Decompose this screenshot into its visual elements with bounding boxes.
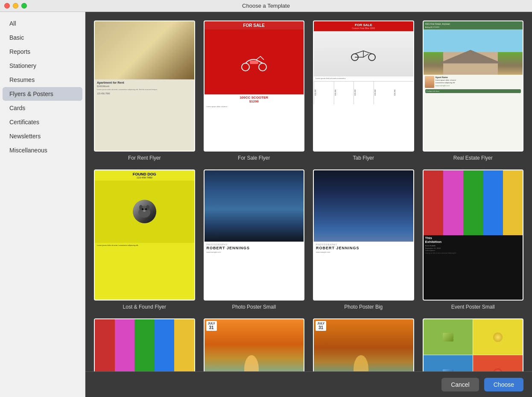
sidebar-item-all[interactable]: All: [3, 17, 82, 30]
template-thumbnail: Lorem ElementarySpring Science Fair Satu…: [423, 318, 524, 371]
template-item[interactable]: Photography ROBERT JENNINGS www.example.…: [204, 169, 305, 310]
close-button[interactable]: [4, 3, 10, 9]
template-item[interactable]: FOR SALE 100CC SCOOTER$1200 Lorem i: [204, 20, 305, 161]
template-label: Tab Flyer: [353, 155, 374, 161]
sidebar-item-miscellaneous[interactable]: Miscellaneous: [3, 143, 82, 157]
window-title: Choose a Template: [242, 3, 290, 9]
template-thumbnail: Photography ROBERT JENNINGS www.example.…: [204, 169, 305, 301]
svg-point-10: [145, 208, 147, 210]
template-item[interactable]: 4321 First Street, AnytownAsking $1,575,…: [423, 20, 524, 161]
svg-point-11: [143, 210, 146, 212]
cancel-button[interactable]: Cancel: [441, 378, 479, 391]
template-thumbnail: JULY31 SURF, SUN &BEACH PARTY Huntington…: [204, 318, 305, 371]
choose-button[interactable]: Choose: [484, 378, 523, 391]
template-item[interactable]: ThisExhibition Event Subtitle September …: [94, 318, 195, 371]
minimize-button[interactable]: [13, 3, 18, 9]
sidebar-item-resumes[interactable]: Resumes: [3, 73, 82, 87]
bottom-bar: Cancel Choose: [85, 371, 532, 397]
template-label: Photo Poster Big: [344, 304, 383, 310]
sidebar-item-stationery[interactable]: Stationery: [3, 59, 82, 73]
template-label: Lost & Found Flyer: [123, 304, 166, 310]
thumbnail-school-small: Lorem ElementarySpring Science Fair Satu…: [424, 319, 523, 371]
main-layout: All Basic Reports Stationery Resumes Fly…: [0, 12, 532, 397]
template-thumbnail: Apartment for Rent $1400/Month Lorem ips…: [94, 20, 195, 152]
template-label: For Sale Flyer: [238, 155, 270, 161]
svg-point-9: [142, 208, 143, 210]
template-item[interactable]: Lorem ElementarySpring Science Fair Satu…: [423, 318, 524, 371]
template-grid: Apartment for Rent $1400/Month Lorem ips…: [85, 12, 532, 371]
thumbnail-lost-found: FOUND DOG 123-456-7890: [95, 170, 194, 300]
template-label: Event Poster Small: [451, 304, 495, 310]
template-thumbnail: FOUND DOG 123-456-7890: [94, 169, 195, 301]
template-item[interactable]: FOR SALE Custom Fixie Bike: $300 Lorem i…: [313, 20, 414, 161]
title-bar: Choose a Template: [0, 0, 532, 12]
template-label: Real Estate Flyer: [453, 155, 493, 161]
thumbnail-tab-flyer: FOR SALE Custom Fixie Bike: $300 Lorem i…: [314, 21, 413, 151]
sidebar-item-newsletters[interactable]: Newsletters: [3, 129, 82, 143]
maximize-button[interactable]: [21, 3, 27, 9]
template-thumbnail: FOR SALE Custom Fixie Bike: $300 Lorem i…: [313, 20, 414, 152]
svg-rect-2: [250, 61, 258, 64]
window-controls: [4, 3, 27, 9]
sidebar-item-reports[interactable]: Reports: [3, 45, 82, 58]
template-item[interactable]: JULY31 SURF, SUN &BEACH PARTY Huntington…: [204, 318, 305, 371]
thumbnail-photo-small: Photography ROBERT JENNINGS www.example.…: [205, 170, 304, 300]
template-item[interactable]: JULY31 SURF, SUN &BEACH PARTY Huntington…: [313, 318, 414, 371]
sidebar: All Basic Reports Stationery Resumes Fly…: [0, 12, 85, 397]
thumbnail-party-big: JULY31 SURF, SUN &BEACH PARTY Huntington…: [314, 319, 413, 371]
template-thumbnail: Photography ROBERT JENNINGS www.example.…: [313, 169, 414, 301]
sidebar-item-flyers-posters[interactable]: Flyers & Posters: [3, 87, 82, 101]
thumbnail-event-big: ThisExhibition Event Subtitle September …: [95, 319, 194, 371]
template-thumbnail: JULY31 SURF, SUN &BEACH PARTY Huntington…: [313, 318, 414, 371]
thumbnail-for-rent: Apartment for Rent $1400/Month Lorem ips…: [95, 21, 194, 151]
sidebar-item-basic[interactable]: Basic: [3, 31, 82, 44]
template-item[interactable]: ThisExhibition Event Subtitle September …: [423, 169, 524, 310]
sidebar-item-cards[interactable]: Cards: [3, 101, 82, 115]
template-label: Photo Poster Small: [232, 304, 276, 310]
svg-point-0: [242, 63, 249, 71]
content-area: Apartment for Rent $1400/Month Lorem ips…: [85, 12, 532, 397]
thumbnail-real-estate: 4321 First Street, AnytownAsking $1,575,…: [424, 21, 523, 151]
template-item[interactable]: FOUND DOG 123-456-7890: [94, 169, 195, 310]
template-label: For Rent Flyer: [128, 155, 161, 161]
sidebar-item-certificates[interactable]: Certificates: [3, 115, 82, 129]
thumbnail-photo-big: Photography ROBERT JENNINGS www.example.…: [314, 170, 413, 300]
template-thumbnail: FOR SALE 100CC SCOOTER$1200 Lorem i: [204, 20, 305, 152]
template-item[interactable]: Apartment for Rent $1400/Month Lorem ips…: [94, 20, 195, 161]
thumbnail-event-small: ThisExhibition Event Subtitle September …: [424, 170, 523, 300]
svg-point-4: [368, 54, 375, 61]
template-thumbnail: ThisExhibition Event Subtitle September …: [94, 318, 195, 371]
template-thumbnail: ThisExhibition Event Subtitle September …: [423, 169, 524, 301]
template-item[interactable]: Photography ROBERT JENNINGS www.example.…: [313, 169, 414, 310]
thumbnail-party-small: JULY31 SURF, SUN &BEACH PARTY Huntington…: [205, 319, 304, 371]
template-thumbnail: 4321 First Street, AnytownAsking $1,575,…: [423, 20, 524, 152]
svg-point-1: [259, 63, 266, 71]
thumbnail-for-sale: FOR SALE 100CC SCOOTER$1200 Lorem i: [205, 21, 304, 151]
